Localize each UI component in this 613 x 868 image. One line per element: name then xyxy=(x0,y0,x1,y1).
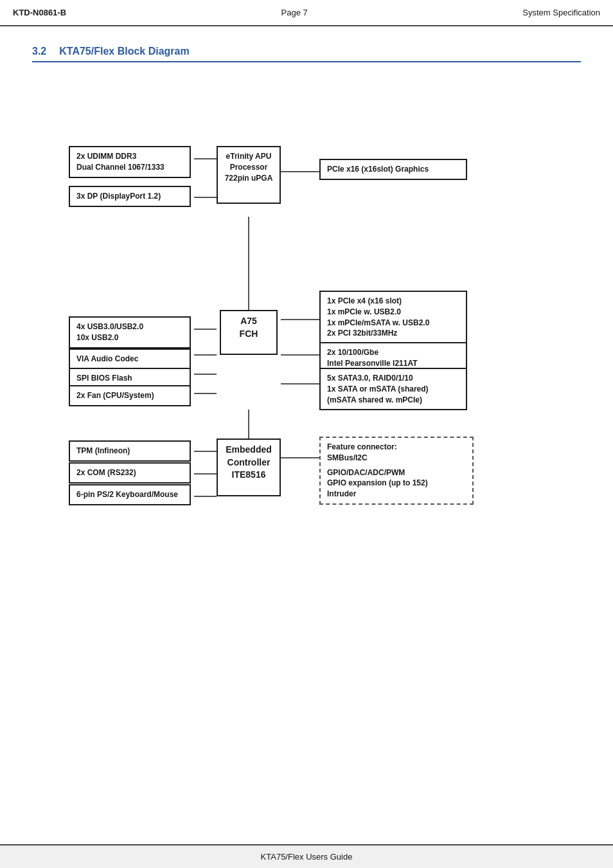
feature-line2: SMBus/I2C xyxy=(327,453,466,464)
section-number: 3.2 xyxy=(32,46,46,57)
feature-line1: Feature connector: xyxy=(327,442,466,453)
cpu-box: eTrinity APU Processor 722pin uPGA xyxy=(217,146,281,204)
pcie-slots-line2: 1x mPCIe w. USB2.0 xyxy=(327,307,459,318)
cpu-line1: eTrinity APU xyxy=(224,151,273,162)
section-title: KTA75/Flex Block Diagram xyxy=(59,46,189,57)
fan-line1: 2x Fan (CPU/System) xyxy=(76,390,183,401)
com-box: 2x COM (RS232) xyxy=(69,462,191,484)
pcie-graphics-box: PCIe x16 (x16slot) Graphics xyxy=(319,159,467,180)
bios-line1: SPI BIOS Flash xyxy=(76,373,183,384)
tpm-box: TPM (Infineon) xyxy=(69,440,191,462)
main-content: 3.2 KTA75/Flex Block Diagram xyxy=(0,26,613,545)
sata-line2: 1x SATA or mSATA (shared) xyxy=(327,384,459,395)
dp-box: 3x DP (DisplayPort 1.2) xyxy=(69,186,191,207)
audio-box: VIA Audio Codec xyxy=(69,348,191,370)
audio-line1: VIA Audio Codec xyxy=(76,354,183,365)
sata-box: 5x SATA3.0, RAID0/1/10 1x SATA or mSATA … xyxy=(319,368,467,410)
usb-line1: 4x USB3.0/USB2.0 xyxy=(76,321,183,332)
gbe-line1: 2x 10/100/Gbe xyxy=(327,347,459,358)
pcie-slots-line3: 1x mPCIe/mSATA w. USB2.0 xyxy=(327,318,459,329)
sata-line1: 5x SATA3.0, RAID0/1/10 xyxy=(327,373,459,384)
page-number: Page 7 xyxy=(281,8,308,17)
ps2-box: 6-pin PS/2 Keyboard/Mouse xyxy=(69,484,191,505)
ps2-line1: 6-pin PS/2 Keyboard/Mouse xyxy=(76,489,183,500)
ec-line2: Controller xyxy=(224,457,273,469)
feature-group-box: Feature connector: SMBus/I2C GPIO/DAC/AD… xyxy=(319,437,474,505)
page-header: KTD-N0861-B Page 7 System Specification xyxy=(0,0,613,26)
ddr3-line2: Dual Channel 1067/1333 xyxy=(76,162,183,173)
pcie-graphics-line1: PCIe x16 (x16slot) Graphics xyxy=(327,164,459,175)
fch-box: A75 FCH xyxy=(220,310,278,355)
com-line1: 2x COM (RS232) xyxy=(76,467,183,478)
sata-line3: (mSATA shared w. mPCIe) xyxy=(327,395,459,406)
pcie-slots-line1: 1x PCIe x4 (x16 slot) xyxy=(327,296,459,307)
doc-title: System Specification xyxy=(522,8,600,17)
fch-line2: FCH xyxy=(227,328,270,341)
gpio-line3: Intruder xyxy=(327,489,466,500)
page-footer: KTA75/Flex Users Guide xyxy=(0,844,613,868)
ec-box: Embedded Controller ITE8516 xyxy=(217,439,281,496)
gpio-line2: GPIO expansion (up to 152) xyxy=(327,478,466,489)
ec-line3: ITE8516 xyxy=(224,469,273,482)
ddr3-box: 2x UDIMM DDR3 Dual Channel 1067/1333 xyxy=(69,146,191,178)
ddr3-line1: 2x UDIMM DDR3 xyxy=(76,151,183,162)
doc-id: KTD-N0861-B xyxy=(13,8,66,17)
cpu-line3: 722pin uPGA xyxy=(224,173,273,184)
cpu-line2: Processor xyxy=(224,162,273,173)
gpio-line1: GPIO/DAC/ADC/PWM xyxy=(327,467,466,478)
ec-line1: Embedded xyxy=(224,444,273,457)
pcie-slots-box: 1x PCIe x4 (x16 slot) 1x mPCIe w. USB2.0… xyxy=(319,291,467,344)
block-diagram: eTrinity APU Processor 722pin uPGA A75 F… xyxy=(43,88,570,525)
fch-line1: A75 xyxy=(227,315,270,328)
usb-box: 4x USB3.0/USB2.0 10x USB2.0 xyxy=(69,316,191,348)
fan-box: 2x Fan (CPU/System) xyxy=(69,385,191,406)
usb-line2: 10x USB2.0 xyxy=(76,332,183,343)
dp-line1: 3x DP (DisplayPort 1.2) xyxy=(76,191,183,202)
tpm-line1: TPM (Infineon) xyxy=(76,446,183,457)
pcie-slots-line4: 2x PCI 32bit/33MHz xyxy=(327,328,459,339)
footer-text: KTA75/Flex Users Guide xyxy=(261,852,353,862)
section-heading: 3.2 KTA75/Flex Block Diagram xyxy=(32,46,581,62)
